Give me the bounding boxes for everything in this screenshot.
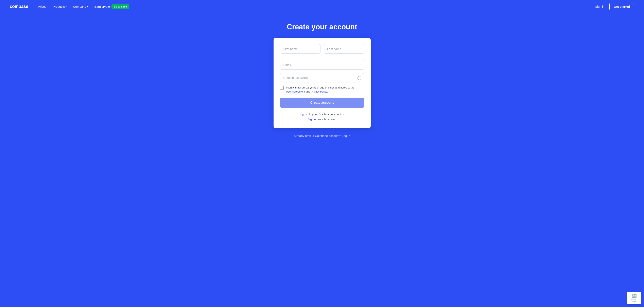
terms-checkbox[interactable] [280,86,284,90]
recaptcha-icon: 🔄 [632,294,637,298]
nav-prices[interactable]: Prices [38,5,46,8]
password-field: ◯ [280,73,364,82]
company-chevron-icon: ▾ [87,6,88,8]
earn-crypto-label[interactable]: Earn crypto [94,5,110,8]
password-eye-icon[interactable]: ◯ [357,76,361,80]
navbar-sign-in[interactable]: Sign in [595,5,604,8]
name-row [280,44,364,57]
navbar-actions: Sign in Get started [595,3,634,10]
main-content: Create your account ◯ I certify that I a… [0,13,644,154]
prices-label: Prices [38,5,46,8]
first-name-input[interactable] [280,44,320,54]
products-label: Products [53,5,65,8]
nav-company[interactable]: Company ▾ [73,5,88,8]
earn-badge[interactable]: up to $166 [112,4,129,9]
password-input[interactable] [280,73,364,82]
email-input[interactable] [280,60,364,70]
get-started-button[interactable]: Get started [610,3,634,10]
coinbase-logo[interactable]: coinbase [10,4,28,9]
period: . [327,90,328,93]
signup-form-card: ◯ I certify that I am 18 years of age or… [274,38,371,128]
sign-in-link[interactable]: Sign in [300,113,308,116]
terms-checkbox-row: I certify that I am 18 years of age or o… [280,86,364,94]
user-agreement-link[interactable]: User Agreement [286,90,305,93]
nav-products[interactable]: Products ▾ [53,5,66,8]
sign-in-row: Sign in to your Coinbase account or Sign… [280,112,364,122]
first-name-field [280,44,320,54]
privacy-policy-link[interactable]: Privacy Policy [311,90,327,93]
navbar: coinbase Prices Products ▾ Company ▾ Ear… [0,0,644,13]
create-account-button[interactable]: Create account [280,98,364,108]
bottom-login-text[interactable]: Already have a Coinbase account? Log in [294,134,350,138]
last-name-input[interactable] [324,44,364,54]
sign-up-text: as a business. [318,118,336,121]
recaptcha-text: Privacy - Terms [629,299,639,302]
last-name-field [324,44,364,54]
nav-links: Prices Products ▾ Company ▾ Earn crypto … [38,4,595,9]
page-title: Create your account [287,23,357,31]
sign-up-link[interactable]: Sign up [308,118,317,121]
checkbox-text: I certify that I am 18 years of age or o… [286,86,354,89]
sign-in-text: to your Coinbase account or [309,113,344,116]
email-field [280,60,364,70]
company-label: Company [73,5,86,8]
recaptcha-badge: 🔄 Privacy - Terms [627,292,641,304]
products-chevron-icon: ▾ [66,6,66,8]
terms-label: I certify that I am 18 years of age or o… [286,86,354,94]
and-text: and [306,90,310,93]
earn-crypto-section: Earn crypto up to $166 [94,4,129,9]
